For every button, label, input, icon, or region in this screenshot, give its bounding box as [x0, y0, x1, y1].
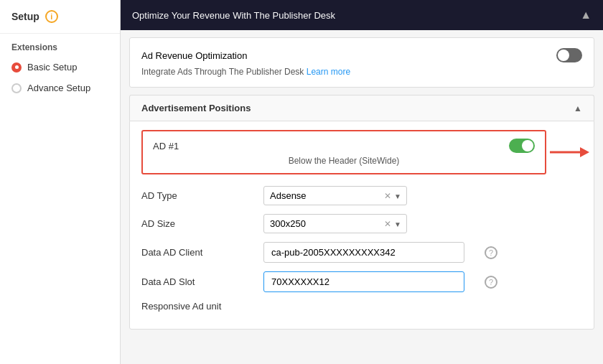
arrow-icon: [550, 144, 589, 160]
info-icon[interactable]: i: [45, 10, 58, 23]
ad1-box: AD #1 Below the Header (SiteWide): [141, 130, 546, 174]
data-ad-client-row: Data AD Client ?: [141, 242, 582, 263]
data-ad-slot-label: Data AD Slot: [141, 276, 263, 287]
responsive-ad-unit-row: Responsive Ad unit: [141, 301, 582, 312]
data-ad-client-help-icon[interactable]: ?: [485, 246, 497, 259]
ad-revenue-toggle[interactable]: [556, 48, 582, 62]
setup-title: Setup: [11, 11, 39, 22]
sidebar-item-basic-setup[interactable]: Basic Setup: [0, 57, 120, 78]
ad-size-row: AD Size 300x250 728x90 160x600 320x50 ✕ …: [141, 214, 582, 233]
data-ad-slot-row: Data AD Slot ?: [141, 271, 582, 292]
top-banner-text: Optimize Your Revenue With The Publisher…: [132, 10, 335, 21]
ad-revenue-integrate-text: Integrate Ads Through The Publisher Desk…: [141, 67, 582, 77]
ad1-row: AD #1: [153, 139, 535, 153]
ad-positions-chevron[interactable]: ▲: [574, 103, 582, 113]
ad-size-clear-icon[interactable]: ✕: [384, 219, 391, 229]
sidebar-item-advance-setup[interactable]: Advance Setup: [0, 78, 120, 98]
red-arrow: [550, 144, 589, 160]
sidebar-header: Setup i: [0, 0, 120, 34]
ad1-toggle-thumb: [522, 140, 533, 151]
ad-size-select-wrapper: 300x250 728x90 160x600 320x50 ✕ ▼: [263, 214, 407, 233]
ad1-toggle[interactable]: [509, 139, 535, 153]
ad-type-row: AD Type Adsense DFP Custom ✕ ▼: [141, 186, 582, 205]
ad-revenue-card-body: Ad Revenue Optimization Integrate Ads Th…: [130, 38, 594, 87]
ad-revenue-toggle-thumb: [558, 50, 569, 61]
responsive-ad-unit-toggle-thumb: [265, 302, 276, 314]
ad-revenue-row: Ad Revenue Optimization: [141, 48, 582, 62]
main-content: Optimize Your Revenue With The Publisher…: [121, 0, 603, 364]
ad-size-label: AD Size: [141, 218, 263, 229]
basic-setup-label: Basic Setup: [27, 62, 77, 73]
ad-revenue-card: Ad Revenue Optimization Integrate Ads Th…: [129, 37, 594, 88]
ad-positions-title: Advertisement Positions: [141, 103, 251, 113]
learn-more-link[interactable]: Learn more: [307, 67, 350, 77]
sidebar: Setup i Extensions Basic Setup Advance S…: [0, 0, 121, 364]
data-ad-slot-control: [263, 271, 479, 292]
data-ad-client-input[interactable]: [263, 242, 464, 263]
data-ad-client-control: [263, 242, 479, 263]
ad1-container: AD #1 Below the Header (SiteWide): [141, 130, 546, 174]
extensions-section-title: Extensions: [0, 34, 120, 57]
responsive-ad-unit-control: [263, 301, 479, 312]
radio-basic-setup: [11, 62, 22, 73]
ad-type-clear-icon[interactable]: ✕: [384, 191, 391, 201]
ad1-subtitle: Below the Header (SiteWide): [153, 156, 535, 166]
data-ad-slot-help-icon[interactable]: ?: [485, 276, 497, 289]
top-banner-close-button[interactable]: ▲: [580, 9, 592, 22]
data-ad-slot-input[interactable]: [263, 271, 464, 292]
top-banner: Optimize Your Revenue With The Publisher…: [121, 0, 603, 30]
ad-type-control: Adsense DFP Custom ✕ ▼: [263, 186, 479, 205]
ad-size-control: 300x250 728x90 160x600 320x50 ✕ ▼: [263, 214, 479, 233]
data-ad-client-label: Data AD Client: [141, 247, 263, 258]
ad-revenue-label: Ad Revenue Optimization: [141, 50, 247, 61]
ad-positions-card: AD #1 Below the Header (SiteWide): [129, 121, 594, 330]
ad-positions-section-header: Advertisement Positions ▲: [129, 95, 594, 121]
responsive-ad-unit-label: Responsive Ad unit: [141, 301, 263, 312]
ad-type-select-wrapper: Adsense DFP Custom ✕ ▼: [263, 186, 407, 205]
radio-advance-setup: [11, 83, 22, 93]
ad-revenue-toggle-track: [556, 48, 582, 62]
ad-type-label: AD Type: [141, 190, 263, 201]
ad1-toggle-track: [509, 139, 535, 153]
svg-marker-1: [580, 147, 589, 157]
advance-setup-label: Advance Setup: [27, 83, 90, 93]
ad1-label: AD #1: [153, 141, 179, 151]
